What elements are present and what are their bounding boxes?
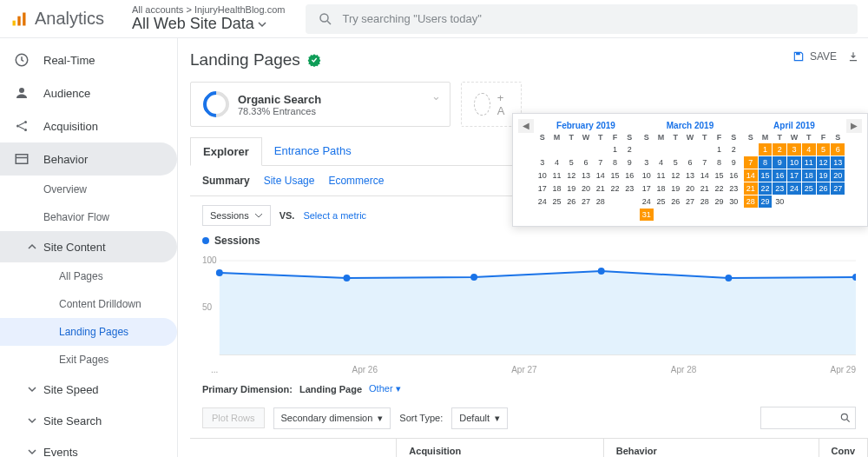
- calendar-day[interactable]: 27: [831, 182, 845, 195]
- calendar-day[interactable]: 10: [640, 169, 654, 182]
- calendar-day[interactable]: 31: [640, 209, 654, 221]
- calendar-day[interactable]: 24: [536, 195, 549, 208]
- calendar-day[interactable]: 9: [727, 156, 740, 169]
- calendar-day[interactable]: 22: [759, 182, 773, 195]
- nav-behavior[interactable]: Behavior: [0, 142, 177, 176]
- calendar-day[interactable]: 9: [773, 156, 786, 169]
- calendar-day[interactable]: 15: [759, 169, 773, 182]
- calendar-day[interactable]: 7: [698, 156, 712, 169]
- calendar-day[interactable]: 13: [683, 169, 697, 182]
- calendar-day[interactable]: 7: [594, 156, 608, 169]
- calendar-day[interactable]: 11: [654, 169, 668, 182]
- calendar-day[interactable]: 20: [683, 182, 697, 195]
- calendar-day[interactable]: 1: [759, 143, 773, 156]
- calendar-day[interactable]: 8: [759, 156, 773, 169]
- calendar-day[interactable]: 5: [668, 156, 682, 169]
- nav-site-content[interactable]: Site Content: [0, 231, 177, 262]
- calendar-day[interactable]: 19: [817, 169, 831, 182]
- calendar-day[interactable]: 14: [698, 169, 712, 182]
- calendar-day[interactable]: 2: [622, 143, 636, 156]
- calendar-day[interactable]: 7: [744, 156, 758, 169]
- tab-explorer[interactable]: Explorer: [190, 137, 262, 166]
- calendar-day[interactable]: 25: [550, 195, 564, 208]
- calendar-day[interactable]: 23: [773, 182, 786, 195]
- tab-entrance-paths[interactable]: Entrance Paths: [262, 137, 364, 165]
- calendar-day[interactable]: 5: [564, 156, 578, 169]
- calendar-day[interactable]: 15: [713, 169, 727, 182]
- dimension-other[interactable]: Other ▾: [369, 383, 401, 394]
- calendar-day[interactable]: 13: [579, 169, 593, 182]
- nav-landing-pages[interactable]: Landing Pages: [0, 318, 177, 346]
- ga-logo[interactable]: Analytics: [10, 9, 104, 29]
- calendar-day[interactable]: 1: [713, 143, 727, 156]
- calendar-day[interactable]: 17: [787, 169, 801, 182]
- calendar-day[interactable]: 14: [744, 169, 758, 182]
- calendar-day[interactable]: 21: [744, 182, 758, 195]
- nav-content-drilldown[interactable]: Content Drilldown: [0, 290, 177, 318]
- nav-exit-pages[interactable]: Exit Pages: [0, 346, 177, 374]
- nav-audience[interactable]: Audience: [0, 76, 177, 109]
- calendar-day[interactable]: 21: [698, 182, 712, 195]
- table-search[interactable]: [760, 407, 856, 429]
- calendar-day[interactable]: 20: [831, 169, 845, 182]
- dimension-value[interactable]: Landing Page: [299, 384, 362, 394]
- calendar-day[interactable]: 18: [550, 182, 564, 195]
- calendar-day[interactable]: 13: [831, 156, 845, 169]
- calendar-day[interactable]: 9: [622, 156, 636, 169]
- search-input[interactable]: Try searching "Users today": [306, 4, 858, 34]
- calendar-day[interactable]: 23: [727, 182, 740, 195]
- calendar-day[interactable]: 28: [698, 195, 712, 208]
- calendar-day[interactable]: 17: [640, 182, 654, 195]
- sort-dropdown[interactable]: Default ▾: [451, 407, 508, 429]
- nav-overview[interactable]: Overview: [0, 176, 177, 203]
- calendar-day[interactable]: 20: [579, 182, 593, 195]
- calendar-day[interactable]: 19: [564, 182, 578, 195]
- calendar-day[interactable]: 30: [773, 195, 786, 208]
- nav-behavior-flow[interactable]: Behavior Flow: [0, 203, 177, 231]
- calendar-day[interactable]: 4: [802, 143, 816, 156]
- nav-site-speed[interactable]: Site Speed: [0, 374, 177, 405]
- calendar-day[interactable]: 1: [608, 143, 622, 156]
- calendar-day[interactable]: 27: [579, 195, 593, 208]
- calendar-day[interactable]: 25: [654, 195, 668, 208]
- calendar-day[interactable]: 22: [713, 182, 727, 195]
- calendar-day[interactable]: 29: [759, 195, 773, 208]
- calendar-day[interactable]: 23: [622, 182, 636, 195]
- calendar-day[interactable]: 10: [536, 169, 549, 182]
- calendar-day[interactable]: 16: [727, 169, 740, 182]
- select-metric-link[interactable]: Select a metric: [303, 210, 366, 221]
- calendar-day[interactable]: 12: [564, 169, 578, 182]
- calendar-day[interactable]: 10: [787, 156, 801, 169]
- calendar-day[interactable]: 25: [802, 182, 816, 195]
- nav-events[interactable]: Events: [0, 436, 177, 457]
- calendar-day[interactable]: 14: [594, 169, 608, 182]
- calendar-day[interactable]: 16: [773, 169, 786, 182]
- calendar-day[interactable]: 8: [713, 156, 727, 169]
- calendar-day[interactable]: 28: [744, 195, 758, 208]
- calendar-day[interactable]: 4: [550, 156, 564, 169]
- calendar-day[interactable]: 5: [817, 143, 831, 156]
- calendar-day[interactable]: 19: [668, 182, 682, 195]
- export-icon[interactable]: [847, 50, 859, 63]
- calendar-day[interactable]: 26: [817, 182, 831, 195]
- nav-all-pages[interactable]: All Pages: [0, 262, 177, 290]
- cal-next[interactable]: ▶: [846, 119, 862, 133]
- secondary-dimension-dropdown[interactable]: Secondary dimension ▾: [273, 407, 391, 429]
- calendar-day[interactable]: 18: [654, 182, 668, 195]
- calendar-day[interactable]: 11: [802, 156, 816, 169]
- calendar-day[interactable]: 12: [668, 169, 682, 182]
- calendar-day[interactable]: 24: [640, 195, 654, 208]
- nav-site-search[interactable]: Site Search: [0, 405, 177, 436]
- calendar-day[interactable]: 27: [683, 195, 697, 208]
- calendar-day[interactable]: 22: [608, 182, 622, 195]
- calendar-day[interactable]: 11: [550, 169, 564, 182]
- calendar-day[interactable]: 3: [536, 156, 549, 169]
- date-range-picker[interactable]: ◀ February 2019SMTWTFS000001234567891011…: [512, 113, 868, 227]
- calendar-day[interactable]: 2: [727, 143, 740, 156]
- calendar-day[interactable]: 18: [802, 169, 816, 182]
- calendar-day[interactable]: 26: [564, 195, 578, 208]
- calendar-day[interactable]: 6: [831, 143, 845, 156]
- calendar-day[interactable]: 2: [773, 143, 786, 156]
- subtab-site-usage[interactable]: Site Usage: [264, 175, 315, 187]
- calendar-day[interactable]: 28: [594, 195, 608, 208]
